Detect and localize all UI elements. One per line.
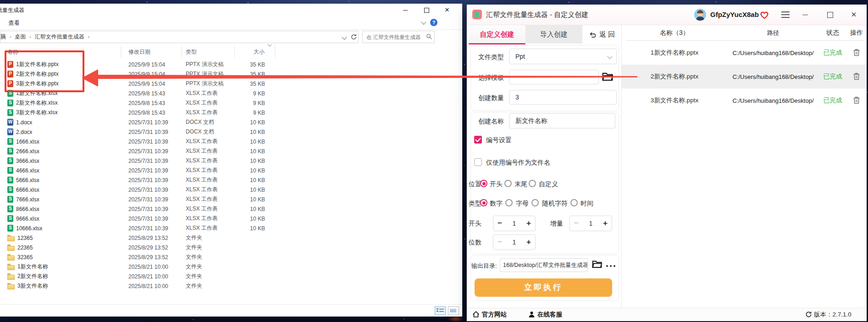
more-options-icon[interactable] [606, 265, 618, 267]
start-stepper[interactable]: −1+ [493, 216, 536, 231]
create-name-label: 创建名称 [478, 117, 504, 126]
explorer-close-button[interactable]: ✕ [437, 4, 457, 17]
column-header-size[interactable]: 大小 [235, 46, 275, 58]
back-button[interactable]: 返 回 [589, 25, 615, 44]
file-type-select[interactable]: Ppt [509, 49, 617, 64]
file-date: 2025/7/31 10:39 [121, 148, 182, 155]
file-row[interactable]: 2.docx 2025/7/31 10:39 DOCX 文档 10 KB [0, 127, 462, 137]
create-name-input[interactable]: 新文件名称 [509, 113, 615, 128]
file-row[interactable]: 32365 2025/8/29 13:52 文件夹 [0, 252, 462, 262]
result-file-path: C:/Users/huibang168/Desktop/ [727, 73, 819, 80]
file-type: PPTX 演示文稿 [182, 61, 235, 68]
breadcrumb-item[interactable]: 汇帮文件批量生成器 [34, 31, 85, 43]
output-dir-value[interactable]: 168/Desktop/汇帮文件批量生成器 [500, 258, 588, 272]
file-icon [7, 100, 13, 106]
file-row[interactable]: 10666.xlsx 2025/7/31 10:39 XLSX 工作表 10 K… [0, 223, 462, 233]
file-row[interactable]: 1666.xlsx 2025/7/31 10:39 XLSX 工作表 10 KB [0, 137, 462, 146]
file-row[interactable]: 7666.xlsx 2025/7/31 10:39 XLSX 工作表 10 KB [0, 194, 462, 204]
app-maximize-button[interactable] [821, 5, 839, 25]
generator-app-window: 汇帮文件批量生成器 - 自定义创建 GfpZyYucX8ab ✕ 自定义创建 导… [467, 5, 867, 321]
file-row[interactable]: 1新文件名称 2025/8/21 10:00 文件夹 [0, 262, 462, 272]
menu-view[interactable]: 查看 [8, 17, 20, 29]
increment-value[interactable]: 1 [589, 220, 593, 227]
file-row[interactable]: 2新文件名称.xlsx 2025/9/8 15:43 XLSX 工作表 9 KB [0, 98, 462, 108]
increment-stepper[interactable]: −1+ [569, 216, 612, 231]
file-date: 2025/7/31 10:39 [121, 206, 182, 212]
plus-icon[interactable]: + [603, 219, 608, 228]
help-icon[interactable] [430, 19, 437, 26]
desktop: 批量生成器 ✕ 查看 电脑›桌面›汇帮文件批量生成器› 名称 修改日期 [0, 0, 868, 322]
execute-button[interactable]: 立即执行 [475, 278, 612, 297]
digits-stepper[interactable]: −1+ [493, 234, 536, 250]
address-dropdown-icon[interactable] [342, 34, 347, 39]
result-file-name: 2新文件名称.pptx [622, 72, 727, 81]
search-box[interactable] [362, 31, 435, 43]
column-header-type[interactable]: 类型 [182, 46, 235, 58]
file-row[interactable]: 6666.xlsx 2025/7/31 10:39 XLSX 工作表 10 KB [0, 185, 462, 194]
file-type: XLSX 工作表 [182, 224, 235, 232]
radio-type-time[interactable] [570, 199, 578, 206]
output-folder-icon[interactable] [592, 260, 603, 269]
numbering-checkbox[interactable] [474, 136, 482, 144]
only-number-checkbox[interactable] [474, 158, 482, 166]
file-row[interactable]: 2666.xlsx 2025/7/31 10:39 XLSX 工作表 10 KB [0, 146, 462, 156]
minus-icon[interactable]: − [498, 238, 502, 247]
search-input[interactable] [365, 32, 421, 42]
file-size: 10 KB [235, 158, 275, 164]
online-support-link[interactable]: 在线客服 [528, 308, 562, 321]
plus-icon[interactable]: + [526, 219, 531, 228]
details-view-button[interactable] [435, 306, 446, 315]
ribbon-collapse-icon[interactable] [421, 19, 426, 24]
delete-trash-icon[interactable] [853, 96, 860, 104]
breadcrumb-item[interactable]: 电脑 [0, 31, 7, 43]
vip-heart-icon[interactable] [759, 10, 769, 19]
explorer-maximize-button[interactable] [416, 4, 437, 17]
app-minimize-button[interactable] [796, 5, 814, 25]
file-row[interactable]: 1.docx 2025/7/31 10:39 DOCX 文档 10 KB [0, 117, 462, 127]
plus-icon[interactable]: + [526, 238, 531, 247]
address-bar[interactable]: 电脑›桌面›汇帮文件批量生成器› [0, 31, 359, 43]
file-row[interactable]: 2新文件名称 2025/8/21 10:00 文件夹 [0, 272, 462, 281]
thumbnail-view-button[interactable] [448, 306, 459, 315]
file-date: 2025/7/31 10:39 [121, 177, 182, 183]
refresh-icon[interactable] [350, 33, 357, 40]
delete-trash-icon[interactable] [853, 48, 860, 56]
user-avatar[interactable] [694, 9, 706, 21]
radio-position-end[interactable] [504, 180, 512, 187]
official-site-link[interactable]: 官方网站 [472, 308, 507, 321]
breadcrumb-item[interactable]: 桌面 [14, 31, 27, 43]
update-refresh-icon[interactable] [805, 311, 812, 318]
file-row[interactable]: 8666.xlsx 2025/7/31 10:39 XLSX 工作表 10 KB [0, 204, 462, 214]
minus-icon[interactable]: − [574, 219, 579, 228]
file-type: 文件夹 [182, 253, 235, 261]
digits-value[interactable]: 1 [513, 239, 516, 246]
tab-custom-create[interactable]: 自定义创建 [469, 25, 525, 44]
file-row[interactable]: 9666.xlsx 2025/7/31 10:39 XLSX 工作表 10 KB [0, 214, 462, 223]
radio-position-custom[interactable] [529, 180, 536, 187]
file-row[interactable]: 5666.xlsx 2025/7/31 10:39 XLSX 工作表 10 KB [0, 175, 462, 185]
minus-icon[interactable]: − [498, 219, 502, 228]
hamburger-menu-icon[interactable] [780, 10, 791, 19]
app-close-button[interactable]: ✕ [845, 5, 863, 25]
address-bar-row: 电脑›桌面›汇帮文件批量生成器› [0, 29, 462, 44]
radio-type-random[interactable] [531, 199, 539, 206]
file-row[interactable]: 3新文件名称 2025/8/21 10:00 文件夹 [0, 281, 462, 291]
tab-import-create[interactable]: 导入创建 [525, 25, 582, 44]
file-row[interactable]: 4666.xlsx 2025/7/31 10:39 XLSX 工作表 10 KB [0, 166, 462, 175]
start-value[interactable]: 1 [513, 220, 516, 227]
column-header-date[interactable]: 修改日期 [121, 46, 182, 58]
file-row[interactable]: 3新文件名称.xlsx 2025/9/8 15:43 XLSX 工作表 9 KB [0, 108, 462, 117]
delete-trash-icon[interactable] [853, 72, 860, 80]
radio-type-number[interactable] [480, 199, 487, 206]
file-date: 2025/7/31 10:39 [121, 216, 182, 222]
radio-position-start[interactable] [480, 180, 487, 187]
file-row[interactable]: 12365 2025/8/29 13:52 文件夹 [0, 233, 462, 243]
file-date: 2025/7/31 10:39 [121, 196, 182, 203]
explorer-minimize-button[interactable] [395, 4, 415, 17]
version-label: 版本： [814, 311, 833, 318]
radio-type-letter[interactable] [505, 199, 513, 206]
file-size: 10 KB [235, 187, 275, 193]
count-input[interactable]: 3 [509, 90, 617, 105]
file-row[interactable]: 3666.xlsx 2025/7/31 10:39 XLSX 工作表 10 KB [0, 156, 462, 166]
file-row[interactable]: 22365 2025/8/29 13:52 文件夹 [0, 243, 462, 252]
